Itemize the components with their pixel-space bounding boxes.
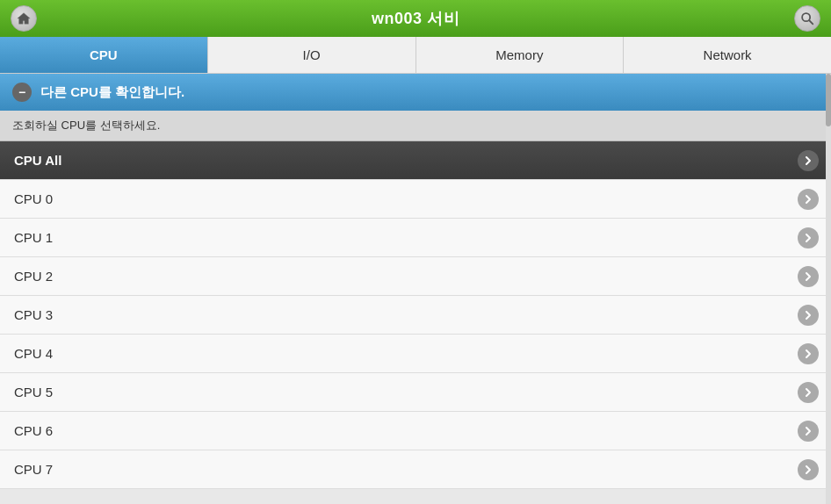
chevron-icon-cpu-3 — [798, 305, 819, 326]
info-banner: − 다른 CPU를 확인합니다. — [0, 74, 831, 111]
list-item-label-cpu-6: CPU 6 — [14, 423, 53, 438]
list-item-cpu-4[interactable]: CPU 4 — [0, 335, 831, 373]
chevron-icon-cpu-2 — [798, 266, 819, 287]
info-banner-text: 다른 CPU를 확인합니다. — [40, 84, 184, 101]
page-title: wn003 서비 — [37, 8, 794, 29]
list-item-label-cpu-2: CPU 2 — [14, 269, 53, 284]
tab-network[interactable]: Network — [624, 37, 831, 73]
tab-memory[interactable]: Memory — [416, 37, 625, 73]
list-item-cpu-2[interactable]: CPU 2 — [0, 257, 831, 296]
tab-cpu[interactable]: CPU — [0, 37, 208, 73]
chevron-icon-cpu-0 — [798, 189, 819, 210]
list-item-cpu-3[interactable]: CPU 3 — [0, 296, 831, 335]
cpu-list: CPU All CPU 0 CPU 1 CPU 2 CPU 3 CPU 4 CP… — [0, 141, 831, 489]
tab-bar: CPU I/O Memory Network — [0, 37, 831, 74]
scrollbar-thumb[interactable] — [826, 74, 831, 126]
list-item-label-cpu-4: CPU 4 — [14, 346, 53, 361]
chevron-icon-cpu-4 — [798, 343, 819, 364]
list-item-cpu-6[interactable]: CPU 6 — [0, 412, 831, 450]
list-item-label-cpu-all: CPU All — [14, 153, 61, 168]
info-banner-icon: − — [12, 83, 32, 102]
search-button[interactable] — [794, 5, 820, 32]
svg-line-1 — [809, 20, 813, 24]
list-item-label-cpu-3: CPU 3 — [14, 307, 53, 322]
subtitle: 조회하실 CPU를 선택하세요. — [0, 111, 831, 141]
list-item-cpu-1[interactable]: CPU 1 — [0, 219, 831, 257]
list-item-label-cpu-0: CPU 0 — [14, 191, 53, 206]
app-header: wn003 서비 — [0, 0, 831, 37]
chevron-icon-cpu-7 — [798, 459, 819, 480]
scrollbar-track[interactable] — [826, 74, 831, 504]
chevron-icon-cpu-5 — [798, 382, 819, 403]
list-item-label-cpu-7: CPU 7 — [14, 462, 53, 477]
chevron-icon-cpu-1 — [798, 227, 819, 248]
chevron-icon-cpu-6 — [798, 421, 819, 442]
home-button[interactable] — [11, 5, 37, 32]
list-item-cpu-7[interactable]: CPU 7 — [0, 450, 831, 489]
list-item-cpu-5[interactable]: CPU 5 — [0, 373, 831, 412]
list-item-label-cpu-5: CPU 5 — [14, 385, 53, 400]
list-item-cpu-all[interactable]: CPU All — [0, 141, 831, 180]
chevron-icon-cpu-all — [798, 150, 819, 171]
list-item-cpu-0[interactable]: CPU 0 — [0, 180, 831, 219]
tab-io[interactable]: I/O — [208, 37, 416, 73]
list-item-label-cpu-1: CPU 1 — [14, 230, 53, 245]
